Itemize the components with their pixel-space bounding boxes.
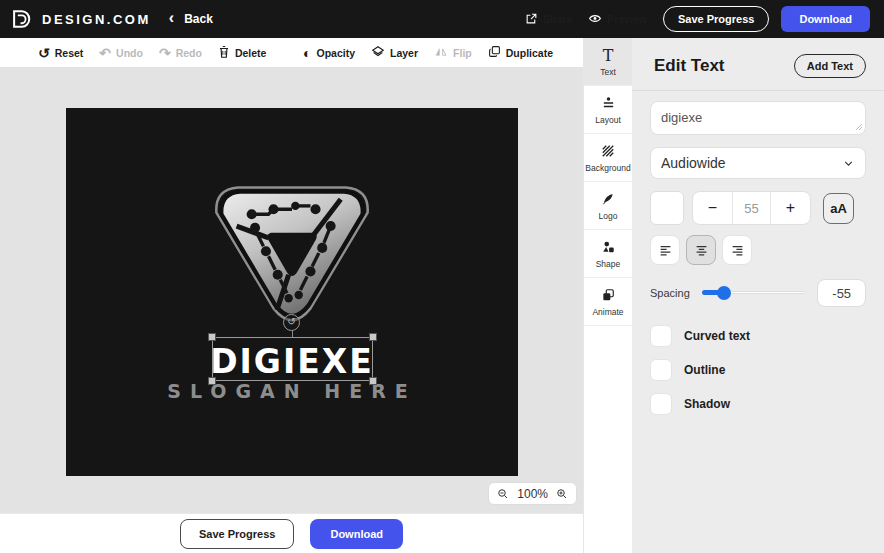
text-icon: T [603,46,614,64]
undo-button[interactable]: ↶ Undo [99,46,143,60]
font-family-value: Audiowide [661,155,726,171]
spacing-value[interactable]: -55 [817,279,866,307]
undo-icon: ↶ [99,46,111,60]
duplicate-button[interactable]: Duplicate [488,45,553,60]
redo-button[interactable]: ↷ Redo [159,46,202,60]
sidebar-label-animate: Animate [592,307,623,317]
rotate-handle[interactable]: ↺ [283,314,300,331]
flip-label: Flip [453,47,472,59]
opacity-label: Opacity [317,47,356,59]
sidebar-label-text: Text [600,67,616,77]
letter-case-button[interactable]: aA [823,193,854,224]
outline-checkbox[interactable] [650,359,672,381]
reset-button[interactable]: ↺ Reset [38,46,83,60]
shadow-label: Shadow [684,397,730,411]
layer-label: Layer [390,47,418,59]
delete-button[interactable]: Delete [218,45,267,61]
sidebar-item-animate[interactable]: Animate [584,278,632,326]
canvas-toolbar: ↺ Reset ↶ Undo ↷ Redo Delete [0,38,583,68]
slogan-text[interactable]: SLOGAN HERE [66,380,518,402]
delete-label: Delete [235,47,267,59]
layout-icon [601,94,616,112]
brand-name[interactable]: DESIGN.COM [42,12,151,27]
share-icon [525,12,538,27]
logo-editor-app: DESIGN.COM ‹ Back Share Preview Save Pro… [0,0,884,553]
shadow-checkbox[interactable] [650,393,672,415]
design-com-logo-icon[interactable] [10,8,32,30]
chevron-down-icon [842,157,855,173]
sidebar-item-text[interactable]: T Text [584,38,632,86]
opacity-icon: ◐ [303,46,311,60]
design-canvas[interactable]: DIGIEXE SLOGAN HERE ↺ [66,108,518,476]
zoom-level: 100% [517,487,548,501]
selection-handle-bottom-right[interactable] [369,377,377,385]
preview-button[interactable]: Preview [588,12,647,27]
text-selection-box[interactable] [212,337,373,381]
flip-button[interactable]: Flip [434,45,472,60]
text-color-swatch[interactable] [650,191,684,225]
curved-text-checkbox[interactable] [650,325,672,347]
zoom-control: 100% [488,482,577,505]
font-size-decrease-button[interactable]: − [693,192,732,224]
background-icon [601,142,615,160]
selection-handle-top-left[interactable] [208,333,216,341]
align-center-button[interactable] [686,235,716,265]
sidebar-item-layout[interactable]: Layout [584,86,632,134]
save-progress-button-top[interactable]: Save Progress [663,6,769,32]
eye-icon [588,12,602,27]
bottom-action-bar: Save Progress Download [0,513,583,553]
text-content-input[interactable] [650,101,866,135]
add-text-button[interactable]: Add Text [794,54,866,78]
duplicate-label: Duplicate [506,47,553,59]
edit-text-panel: Edit Text Add Text Audiowide − 55 [632,38,884,553]
sidebar-item-background[interactable]: Background [584,134,632,182]
font-size-increase-button[interactable]: + [771,192,810,224]
download-button-bottom[interactable]: Download [310,519,403,549]
circuit-triangle-logo[interactable] [208,172,376,332]
reset-icon: ↺ [38,46,50,60]
layer-button[interactable]: Layer [371,45,418,61]
curved-text-label: Curved text [684,329,750,343]
share-button[interactable]: Share [525,12,572,27]
font-family-select[interactable]: Audiowide [650,147,866,179]
preview-label: Preview [607,13,647,25]
slider-thumb[interactable] [717,286,731,300]
font-size-stepper: − 55 + [692,191,811,225]
trash-icon [218,45,230,61]
workspace: DIGIEXE SLOGAN HERE ↺ 100% [0,68,583,513]
back-chevron-icon[interactable]: ‹ [169,9,174,27]
reset-label: Reset [55,47,84,59]
redo-label: Redo [176,47,202,59]
opacity-button[interactable]: ◐ Opacity [303,46,355,60]
download-button-top[interactable]: Download [781,6,870,32]
spacing-slider[interactable] [702,286,805,300]
sidebar-label-shape: Shape [596,259,621,269]
sidebar-label-logo: Logo [599,211,618,221]
top-bar: DESIGN.COM ‹ Back Share Preview Save Pro… [0,0,884,38]
redo-icon: ↷ [159,46,171,60]
sidebar-item-shape[interactable]: Shape [584,230,632,278]
back-button[interactable]: Back [184,12,213,26]
align-left-button[interactable] [650,235,680,265]
save-progress-button-bottom[interactable]: Save Progress [180,519,294,549]
panel-title: Edit Text [654,56,725,76]
layers-icon [371,45,385,61]
spacing-label: Spacing [650,287,700,299]
font-size-value[interactable]: 55 [732,192,771,224]
undo-label: Undo [116,47,143,59]
flip-icon [434,45,448,60]
sidebar-label-layout: Layout [595,115,621,125]
sidebar-label-background: Background [585,163,630,173]
selection-handle-top-right[interactable] [369,333,377,341]
tool-sidebar: T Text Layout Background Logo Shape [583,38,632,553]
selection-handle-bottom-left[interactable] [208,377,216,385]
share-label: Share [543,13,572,25]
animate-icon [601,286,615,304]
align-right-button[interactable] [722,235,752,265]
sidebar-item-logo[interactable]: Logo [584,182,632,230]
outline-label: Outline [684,363,725,377]
zoom-out-icon[interactable] [497,488,509,500]
zoom-in-icon[interactable] [556,488,568,500]
duplicate-icon [488,45,501,60]
main-column: ↺ Reset ↶ Undo ↷ Redo Delete [0,38,583,553]
